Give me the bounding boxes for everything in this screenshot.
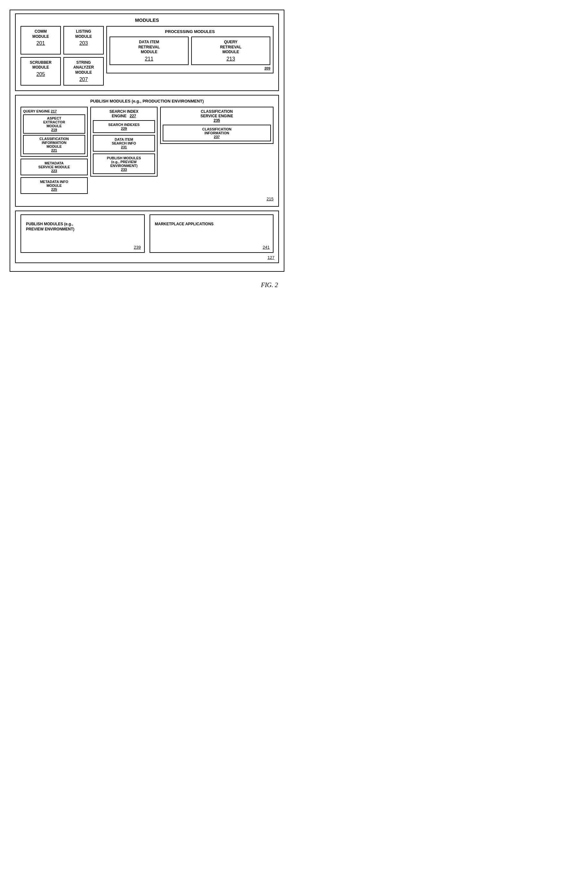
aspect-extractor-number: 219 bbox=[51, 128, 57, 132]
classification-info-module-box: CLASSIFICATIONINFORMATIONMODULE 221 bbox=[23, 135, 85, 154]
aspect-extractor-box: ASPECTEXTRACTORMODULE 219 bbox=[23, 114, 85, 134]
publish-grid: QUERY ENGINE 217 ASPECTEXTRACTORMODULE 2… bbox=[21, 107, 273, 194]
publish-preview-inner-box: PUBLISH MODULES(e.g., PREVIEWENVIRONMENT… bbox=[93, 153, 155, 174]
query-retrieval-number: 213 bbox=[195, 56, 267, 62]
comm-module-number: 201 bbox=[24, 41, 57, 46]
publish-preview-inner-number: 233 bbox=[121, 168, 127, 171]
page: MODULES COMMMODULE 201 LISTINGMODULE 203… bbox=[6, 6, 288, 292]
bottom-section: PUBLISH MODULES (e.g.,PREVIEW ENVIRONMEN… bbox=[15, 210, 279, 263]
query-engine-title: QUERY ENGINE 217 bbox=[23, 109, 85, 113]
publish-production-title: PUBLISH MODULES (e.g., PRODUCTION ENVIRO… bbox=[21, 99, 273, 104]
publish-right-col: CLASSIFICATIONSERVICE ENGINE 235 CLASSIF… bbox=[160, 107, 273, 144]
string-analyzer-label: STRINGANALYZERMODULE bbox=[67, 60, 100, 75]
search-indexes-number: 229 bbox=[121, 126, 127, 131]
publish-production-section: PUBLISH MODULES (e.g., PRODUCTION ENVIRO… bbox=[15, 95, 279, 207]
metadata-service-number: 223 bbox=[51, 169, 57, 173]
search-indexes-box: SEARCH INDEXES 229 bbox=[93, 120, 155, 133]
processing-inner: DATA ITEMRETRIEVALMODULE 211 QUERYRETRIE… bbox=[110, 36, 270, 65]
data-item-search-number: 231 bbox=[121, 145, 127, 149]
publish-preview-box: PUBLISH MODULES (e.g.,PREVIEW ENVIRONMEN… bbox=[21, 214, 145, 253]
classification-service-title: CLASSIFICATIONSERVICE ENGINE 235 bbox=[163, 109, 271, 123]
listing-module-label: LISTINGMODULE bbox=[67, 29, 100, 39]
publish-middle-col: SEARCH INDEXENGINE 227 SEARCH INDEXES 22… bbox=[90, 107, 158, 177]
metadata-info-number: 225 bbox=[51, 188, 57, 191]
outer-wrapper: MODULES COMMMODULE 201 LISTINGMODULE 203… bbox=[10, 10, 284, 272]
modules-left: COMMMODULE 201 LISTINGMODULE 203 SCRUBBE… bbox=[21, 26, 104, 86]
publish-preview-label: PUBLISH MODULES (e.g.,PREVIEW ENVIRONMEN… bbox=[26, 221, 140, 232]
fig-label: FIG. 2 bbox=[10, 281, 284, 289]
scrubber-module-number: 205 bbox=[24, 71, 57, 77]
publish-left-col: QUERY ENGINE 217 ASPECTEXTRACTORMODULE 2… bbox=[21, 107, 88, 194]
scrubber-module-box: SCRUBBERMODULE 205 bbox=[21, 57, 61, 86]
search-index-title: SEARCH INDEXENGINE 227 bbox=[93, 109, 155, 118]
comm-module-label: COMMMODULE bbox=[24, 29, 57, 39]
marketplace-label: MARKETPLACE APPLICATIONS bbox=[155, 221, 268, 227]
modules-grid: COMMMODULE 201 LISTINGMODULE 203 SCRUBBE… bbox=[21, 26, 273, 86]
data-item-retrieval-label: DATA ITEMRETRIEVALMODULE bbox=[113, 40, 185, 55]
listing-module-box: LISTINGMODULE 203 bbox=[63, 26, 104, 54]
metadata-service-box: METADATASERVICE MODULE 223 bbox=[21, 159, 88, 175]
processing-container: PROCESSING MODULES DATA ITEMRETRIEVALMOD… bbox=[106, 26, 273, 74]
bottom-grid: PUBLISH MODULES (e.g.,PREVIEW ENVIRONMEN… bbox=[21, 214, 273, 253]
query-engine-box: QUERY ENGINE 217 ASPECTEXTRACTORMODULE 2… bbox=[21, 107, 88, 157]
query-retrieval-label: QUERYRETRIEVALMODULE bbox=[195, 40, 267, 55]
classification-info-box: CLASSIFICATIONINFORMATION 237 bbox=[163, 125, 271, 141]
modules-section: MODULES COMMMODULE 201 LISTINGMODULE 203… bbox=[15, 14, 279, 91]
data-item-retrieval-number: 211 bbox=[113, 56, 185, 62]
publish-production-number: 215 bbox=[21, 197, 273, 201]
data-item-retrieval-box: DATA ITEMRETRIEVALMODULE 211 bbox=[110, 36, 189, 65]
classification-info-number: 237 bbox=[214, 135, 220, 139]
marketplace-box: MARKETPLACE APPLICATIONS 241 bbox=[150, 214, 274, 253]
processing-number: 209 bbox=[110, 66, 270, 70]
data-item-search-box: DATA ITEMSEARCH INFO 231 bbox=[93, 135, 155, 152]
classification-info-module-number: 221 bbox=[51, 149, 57, 152]
modules-title: MODULES bbox=[21, 17, 273, 23]
string-analyzer-box: STRINGANALYZERMODULE 207 bbox=[63, 57, 104, 86]
string-analyzer-number: 207 bbox=[67, 77, 100, 83]
bottom-number: 127 bbox=[267, 255, 274, 260]
processing-title: PROCESSING MODULES bbox=[110, 29, 270, 34]
listing-module-number: 203 bbox=[67, 41, 100, 46]
scrubber-module-label: SCRUBBERMODULE bbox=[24, 60, 57, 70]
classification-service-number: 235 bbox=[214, 118, 220, 123]
marketplace-number: 241 bbox=[262, 245, 270, 249]
publish-preview-bottom-number: 239 bbox=[134, 245, 141, 249]
metadata-info-box: METADATA INFOMODULE 225 bbox=[21, 177, 88, 194]
comm-module-box: COMMMODULE 201 bbox=[21, 26, 61, 54]
query-retrieval-box: QUERYRETRIEVALMODULE 213 bbox=[191, 36, 270, 65]
